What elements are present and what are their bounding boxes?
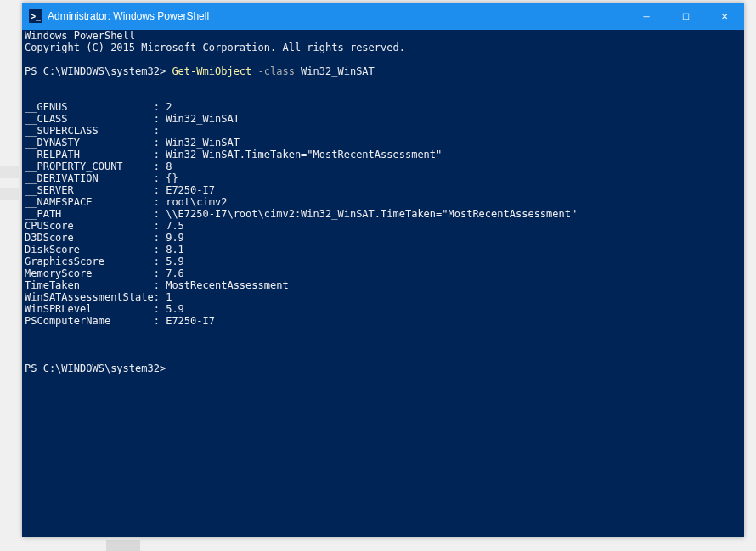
powershell-icon: >_	[29, 9, 42, 23]
output-property-line: D3DScore : 9.9	[25, 232, 742, 244]
powershell-window: >_ Administrator: Windows PowerShell ─ ☐…	[22, 3, 744, 537]
close-icon: ✕	[721, 12, 728, 21]
output-property-line: WinSATAssessmentState: 1	[25, 291, 742, 303]
output-property-line: __GENUS : 2	[25, 101, 742, 113]
header-line: Copyright (C) 2015 Microsoft Corporation…	[25, 42, 742, 53]
cmdlet-flag: -class	[251, 65, 295, 77]
close-button[interactable]: ✕	[705, 3, 744, 30]
command-line: PS C:\WINDOWS\system32> Get-WmiObject -c…	[25, 65, 742, 77]
output-property-line: TimeTaken : MostRecentAssessment	[25, 279, 742, 291]
prompt-text: PS C:\WINDOWS\system32>	[25, 65, 172, 77]
minimize-button[interactable]: ─	[627, 3, 666, 30]
window-controls: ─ ☐ ✕	[627, 3, 744, 30]
background-element	[0, 188, 19, 200]
output-property-line: DiskScore : 8.1	[25, 244, 742, 256]
cmdlet-arg: Win32_WinSAT	[295, 65, 375, 77]
output-property-line: GraphicsScore : 5.9	[25, 256, 742, 267]
blank-line	[25, 327, 742, 339]
blank-line	[25, 77, 742, 89]
cmdlet-name: Get-WmiObject	[172, 65, 251, 77]
terminal-area[interactable]: Windows PowerShellCopyright (C) 2015 Mic…	[22, 30, 744, 537]
output-property-line: MemoryScore : 7.6	[25, 267, 742, 279]
blank-line	[25, 339, 742, 351]
output-property-line: __PROPERTY_COUNT : 8	[25, 160, 742, 172]
output-property-line: WinSPRLevel : 5.9	[25, 303, 742, 315]
output-property-line: CPUScore : 7.5	[25, 220, 742, 232]
header-line: Windows PowerShell	[25, 30, 742, 42]
output-property-line: __SUPERCLASS :	[25, 125, 742, 137]
output-property-line: __PATH : \\E7250-I7\root\cimv2:Win32_Win…	[25, 208, 742, 220]
output-property-line: __NAMESPACE : root\cimv2	[25, 196, 742, 208]
titlebar[interactable]: >_ Administrator: Windows PowerShell ─ ☐…	[22, 3, 744, 30]
maximize-button[interactable]: ☐	[666, 3, 705, 30]
output-property-line: __RELPATH : Win32_WinSAT.TimeTaken="Most…	[25, 149, 742, 160]
minimize-icon: ─	[643, 12, 649, 21]
terminal-content[interactable]: Windows PowerShellCopyright (C) 2015 Mic…	[25, 30, 742, 537]
maximize-icon: ☐	[682, 12, 690, 21]
output-property-line: PSComputerName : E7250-I7	[25, 315, 742, 327]
window-title: Administrator: Windows PowerShell	[48, 10, 627, 22]
blank-line	[25, 89, 742, 101]
blank-line	[25, 351, 742, 363]
blank-line	[25, 53, 742, 65]
prompt-line: PS C:\WINDOWS\system32>	[25, 363, 742, 374]
background-element	[106, 540, 140, 551]
output-property-line: __CLASS : Win32_WinSAT	[25, 113, 742, 125]
output-property-line: __SERVER : E7250-I7	[25, 184, 742, 196]
output-property-line: __DYNASTY : Win32_WinSAT	[25, 137, 742, 149]
background-element	[0, 166, 19, 178]
output-property-line: __DERIVATION : {}	[25, 172, 742, 184]
